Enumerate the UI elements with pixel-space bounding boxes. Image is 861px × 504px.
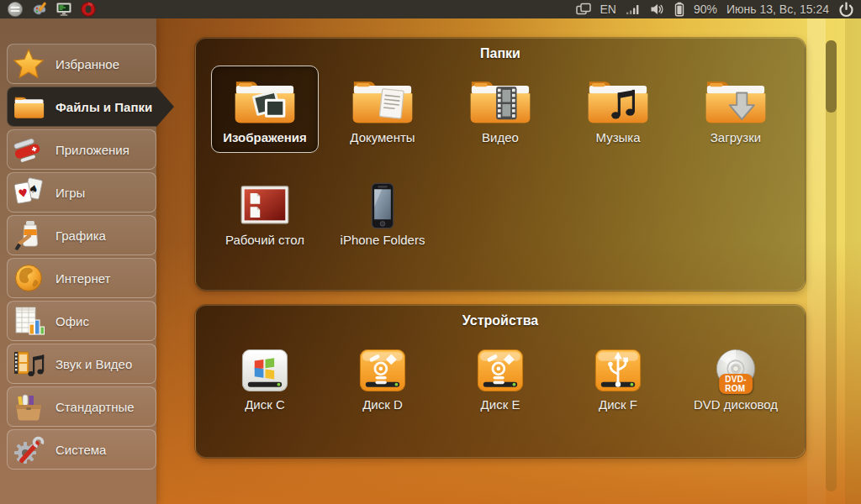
tile-music[interactable]: Музыка <box>564 66 672 153</box>
sidebar-item-label: Приложения <box>55 143 129 157</box>
topbar-app-icons <box>0 1 97 18</box>
sidebar-item-games[interactable]: ♠♥Игры <box>7 172 156 213</box>
battery-icon[interactable] <box>674 2 684 17</box>
folders-panel: Папки ИзображенияДокументыВидеоМузыкаЗаг… <box>195 38 806 291</box>
light-beam <box>807 18 826 504</box>
power-icon[interactable] <box>838 2 854 18</box>
sidebar-item-label: Звук и Видео <box>55 357 132 371</box>
downloads-folder-icon <box>703 72 769 128</box>
top-panel: EN 90% Июнь 13, Вс, 15:24 <box>0 0 861 18</box>
tile-label: Диск D <box>362 397 403 412</box>
category-sidebar: ИзбранноеФайлы и ПапкиПриложения♠♥ИгрыГр… <box>0 18 156 504</box>
sidebar-item-label: Файлы и Папки <box>55 100 152 114</box>
dvd-icon: DVD-ROM <box>708 339 763 395</box>
tile-video[interactable]: Видео <box>446 66 554 153</box>
dvd-rom-badge: DVD-ROM <box>719 374 753 394</box>
desktop: EN 90% Июнь 13, Вс, 15:24 ИзбранноеФайлы… <box>0 0 861 504</box>
drive-firewire-icon <box>354 339 411 395</box>
sidebar-item-favorites[interactable]: Избранное <box>7 44 156 84</box>
devices-panel-title: Устройства <box>196 306 805 328</box>
tile-iphone-folders[interactable]: iPhone Folders <box>329 168 436 255</box>
tile-label: Изображения <box>223 130 307 144</box>
tile-label: iPhone Folders <box>341 233 425 247</box>
sidebar-item-label: Стандартные <box>55 400 135 414</box>
folders-panel-title: Папки <box>196 39 805 61</box>
tile-label: DVD дисковод <box>694 397 778 412</box>
tile-disk-d[interactable]: Диск D <box>329 333 436 420</box>
volume-icon[interactable] <box>650 3 665 15</box>
tile-label: Диск E <box>481 397 520 412</box>
tile-downloads[interactable]: Загрузки <box>682 66 790 153</box>
tile-row: Рабочий столiPhone Folders <box>196 168 805 255</box>
scrollbar-thumb[interactable] <box>826 40 837 113</box>
tile-label: Видео <box>482 130 519 144</box>
sidebar-item-internet[interactable]: Интернет <box>7 258 156 298</box>
sidebar-item-applications[interactable]: Приложения <box>7 129 156 170</box>
drive-usb-icon <box>589 339 647 395</box>
folders-rows: ИзображенияДокументыВидеоМузыкаЗагрузкиР… <box>196 66 805 255</box>
sidebar-item-label: Интернет <box>55 271 110 286</box>
scrollbar-track[interactable] <box>826 40 837 491</box>
sidebar-list: ИзбранноеФайлы и ПапкиПриложения♠♥ИгрыГр… <box>0 18 156 470</box>
opera-browser-icon[interactable] <box>80 1 97 18</box>
tile-label: Документы <box>350 130 415 144</box>
desktop-switcher-icon[interactable] <box>7 1 24 18</box>
graphics-app-icon[interactable] <box>31 1 48 18</box>
system-gear-icon <box>12 433 45 466</box>
tile-disk-e[interactable]: Диск E <box>446 333 554 420</box>
tile-dvd[interactable]: DVD-ROMDVD дисковод <box>682 333 790 420</box>
sidebar-item-label: Избранное <box>55 57 119 71</box>
sidebar-item-office[interactable]: Офис <box>7 301 156 341</box>
tile-label: Загрузки <box>710 130 761 144</box>
tile-label: Рабочий стол <box>225 233 304 247</box>
sidebar-folder-icon <box>12 90 45 123</box>
star-icon <box>12 47 45 81</box>
battery-percent: 90% <box>694 3 717 16</box>
tile-documents[interactable]: Документы <box>329 66 436 153</box>
tile-row: ИзображенияДокументыВидеоМузыкаЗагрузки <box>196 66 805 153</box>
tile-row: Диск CДиск DДиск EДиск FDVD-ROMDVD диско… <box>196 333 805 420</box>
sidebar-item-label: Система <box>55 443 106 457</box>
system-tray: EN 90% Июнь 13, Вс, 15:24 <box>576 2 861 18</box>
desktop-icon <box>234 175 296 230</box>
sidebar-item-label: Офис <box>55 314 89 328</box>
sidebar-item-label: Графика <box>55 228 106 243</box>
devices-panel: Устройства Диск CДиск DДиск EДиск FDVD-R… <box>195 305 806 458</box>
tile-label: Диск F <box>599 397 637 412</box>
sidebar-item-files-and-folders[interactable]: Файлы и Папки <box>7 87 156 127</box>
swiss-knife-icon <box>12 133 45 166</box>
devices-rows: Диск CДиск DДиск EДиск FDVD-ROMDVD диско… <box>196 333 805 420</box>
music-folder-icon <box>585 72 651 128</box>
video-folder-icon <box>467 72 533 128</box>
system-monitor-icon[interactable] <box>55 1 72 18</box>
tile-label: Диск C <box>245 397 285 412</box>
documents-folder-icon <box>350 72 415 128</box>
playing-cards-icon: ♠♥ <box>12 176 45 209</box>
iphone-icon <box>351 175 414 230</box>
sidebar-item-system[interactable]: Система <box>7 429 156 470</box>
drive-firewire-icon <box>472 339 529 395</box>
sidebar-item-graphics[interactable]: Графика <box>7 215 156 255</box>
window-switcher-icon[interactable] <box>576 3 591 16</box>
globe-icon <box>12 261 45 295</box>
sidebar-item-label: Игры <box>55 186 85 200</box>
signal-strength-icon[interactable] <box>626 3 641 15</box>
tile-label: Музыка <box>595 130 640 144</box>
tile-disk-c[interactable]: Диск C <box>211 333 319 420</box>
tile-desktop[interactable]: Рабочий стол <box>211 168 319 255</box>
office-icon <box>12 304 45 338</box>
pictures-folder-icon <box>232 72 298 128</box>
tile-pictures[interactable]: Изображения <box>211 66 319 153</box>
sidebar-item-sound-video[interactable]: Звук и Видео <box>7 344 156 384</box>
clock[interactable]: Июнь 13, Вс, 15:24 <box>726 3 829 16</box>
paint-icon <box>12 218 45 252</box>
sound-video-icon <box>12 347 45 381</box>
tile-disk-f[interactable]: Диск F <box>564 333 672 420</box>
sidebar-item-accessories[interactable]: Стандартные <box>7 386 156 427</box>
light-beam <box>845 18 861 504</box>
drive-windows-icon <box>236 339 293 395</box>
toolbox-icon <box>12 390 45 423</box>
language-indicator[interactable]: EN <box>600 3 616 16</box>
